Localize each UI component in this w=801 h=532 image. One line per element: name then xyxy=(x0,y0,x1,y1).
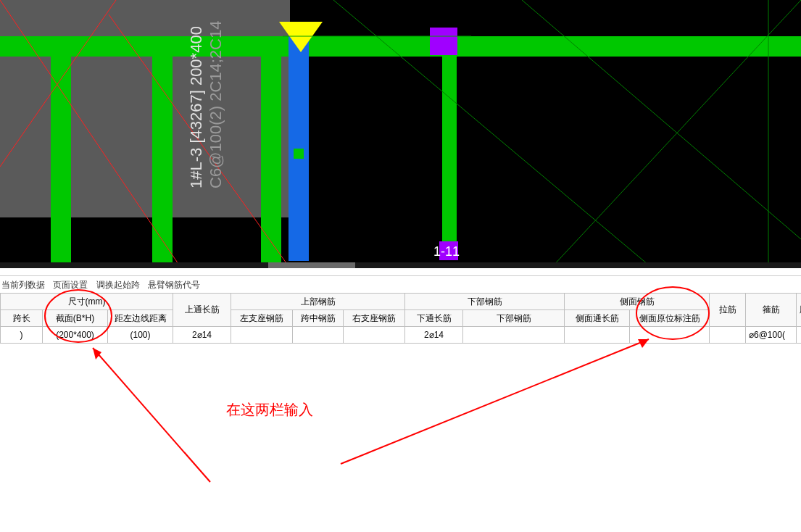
cell-left-dist[interactable]: (100) xyxy=(108,327,173,344)
menu-current-column[interactable]: 当前列数据 xyxy=(1,279,45,291)
svg-rect-2 xyxy=(51,57,71,267)
beam-label-1: 1#L-3 [43267] 200*400 xyxy=(187,26,205,188)
menu-cantilever-code[interactable]: 悬臂钢筋代号 xyxy=(148,279,200,291)
cell-side-through[interactable] xyxy=(565,327,630,344)
svg-rect-4 xyxy=(261,57,281,267)
svg-line-23 xyxy=(93,348,210,482)
cell-side-inplace[interactable] xyxy=(630,327,710,344)
cell-limb[interactable]: 2 xyxy=(797,327,802,344)
dim-label: 1-11 xyxy=(433,244,460,259)
svg-rect-8 xyxy=(430,28,457,55)
col-bottom-through[interactable]: 下通长筋 xyxy=(405,310,463,327)
cell-span[interactable]: ) xyxy=(1,327,43,344)
cell-mid[interactable] xyxy=(293,327,344,344)
svg-line-25 xyxy=(341,339,649,464)
col-tie[interactable]: 拉筋 xyxy=(710,294,746,327)
svg-rect-1 xyxy=(0,36,801,57)
table-row[interactable]: ) (200*400) (100) 2⌀14 2⌀14 ⌀6@100( 2 xyxy=(1,327,802,344)
cell-left-support[interactable] xyxy=(231,327,293,344)
col-group-side: 侧面钢筋 xyxy=(565,294,710,310)
svg-rect-0 xyxy=(0,0,290,217)
grid-toolbar: 当前列数据 页面设置 调换起始跨 悬臂钢筋代号 xyxy=(0,275,801,293)
col-side-inplace[interactable]: 侧面原位标注筋 xyxy=(630,310,710,327)
col-limb[interactable]: 肢 xyxy=(797,294,802,327)
cell-bottom-through[interactable]: 2⌀14 xyxy=(405,327,463,344)
annotation-text: 在这两栏输入 xyxy=(226,400,313,420)
col-top-through[interactable]: 上通长筋 xyxy=(173,294,231,327)
col-group-size: 尺寸(mm) xyxy=(1,294,173,310)
beam-rebar-grid[interactable]: 尺寸(mm) 上通长筋 上部钢筋 下部钢筋 侧面钢筋 拉筋 箍筋 肢 跨长 截面… xyxy=(0,293,801,344)
col-left-support[interactable]: 左支座钢筋 xyxy=(231,310,293,327)
cell-stirrup[interactable]: ⌀6@100( xyxy=(746,327,797,344)
col-left-dist[interactable]: 距左边线距离 xyxy=(108,310,173,327)
svg-marker-24 xyxy=(93,348,101,359)
col-span[interactable]: 跨长 xyxy=(1,310,43,327)
svg-rect-20 xyxy=(268,262,355,268)
cell-right-support[interactable] xyxy=(344,327,405,344)
menu-page-setup[interactable]: 页面设置 xyxy=(53,279,88,291)
col-mid[interactable]: 跨中钢筋 xyxy=(293,310,344,327)
col-stirrup[interactable]: 箍筋 xyxy=(746,294,797,327)
cell-tie[interactable] xyxy=(710,327,746,344)
svg-rect-3 xyxy=(152,57,173,267)
svg-line-13 xyxy=(522,0,801,239)
cell-top-through[interactable]: 2⌀14 xyxy=(173,327,231,344)
beam-label-2: C6@100(2) 2C14;2C14 xyxy=(207,21,225,188)
svg-rect-5 xyxy=(442,57,457,249)
cell-section[interactable]: (200*400) xyxy=(43,327,108,344)
svg-rect-19 xyxy=(0,262,801,268)
col-bottom-rebar[interactable]: 下部钢筋 xyxy=(463,310,565,327)
cell-bottom-rebar[interactable] xyxy=(463,327,565,344)
svg-rect-10 xyxy=(294,149,304,159)
col-section[interactable]: 截面(B*H) xyxy=(43,310,108,327)
menu-swap-start-span[interactable]: 调换起始跨 xyxy=(96,279,140,291)
col-group-bottom: 下部钢筋 xyxy=(405,294,565,310)
col-side-through[interactable]: 侧面通长筋 xyxy=(565,310,630,327)
col-right-support[interactable]: 右支座钢筋 xyxy=(344,310,405,327)
col-group-top: 上部钢筋 xyxy=(231,294,405,310)
cad-viewport[interactable]: 1#L-3 [43267] 200*400 C6@100(2) 2C14;2C1… xyxy=(0,0,801,268)
